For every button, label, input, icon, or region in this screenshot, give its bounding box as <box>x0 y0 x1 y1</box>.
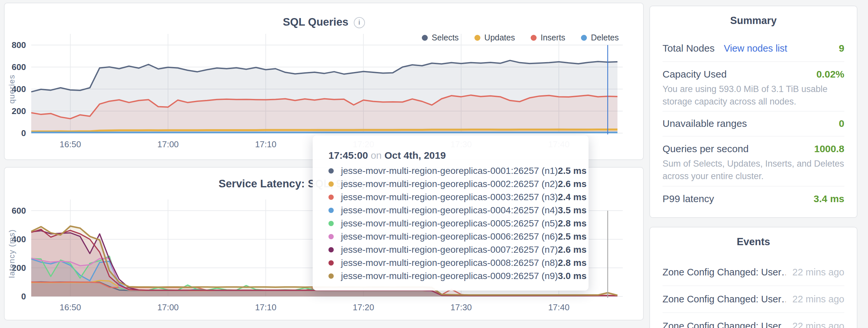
queries-per-second-note: Sum of Selects, Updates, Inserts, and De… <box>662 157 844 183</box>
tooltip-timestamp: 17:45:00 on Oct 4th, 2019 <box>329 150 574 161</box>
p99-latency-label: P99 latency <box>662 193 714 204</box>
tooltip-node-value: 3.0 ms <box>558 271 587 281</box>
capacity-used-row: Capacity Used 0.02% <box>662 68 844 81</box>
queries-per-second-value: 1000.8 <box>814 143 844 155</box>
total-nodes-row: Total Nodes View nodes list 9 <box>662 42 844 55</box>
events-heading: Events <box>662 236 844 248</box>
queries-per-second-row: Queries per second 1000.8 <box>662 142 844 156</box>
tooltip-node-name: jesse-movr-multi-region-georeplicas-0001… <box>341 166 558 176</box>
events-list: Zone Config Changed: User…22 mins agoZon… <box>662 259 844 328</box>
svg-text:17:10: 17:10 <box>255 302 277 312</box>
unavailable-ranges-value: 0 <box>839 118 844 129</box>
unavailable-ranges-row: Unavailable ranges 0 <box>662 117 844 130</box>
tooltip-node-value: 3.5 ms <box>558 205 587 216</box>
chart-hover-tooltip: 17:45:00 on Oct 4th, 2019 jesse-movr-mul… <box>313 135 589 291</box>
tooltip-node-value: 2.6 ms <box>558 179 587 189</box>
cluster-overview-page: { "colors": { "accent_green": "#5c9c32",… <box>0 0 868 328</box>
event-timestamp: 22 mins ago <box>793 321 844 328</box>
tooltip-node-value: 2.4 ms <box>558 192 587 202</box>
svg-text:0: 0 <box>21 292 26 301</box>
tooltip-node-row: jesse-movr-multi-region-georeplicas-0003… <box>329 191 574 204</box>
divider <box>662 111 844 111</box>
event-row[interactable]: Zone Config Changed: User…22 mins ago <box>662 286 844 313</box>
svg-text:16:50: 16:50 <box>60 302 81 312</box>
tooltip-node-row: jesse-movr-multi-region-georeplicas-0009… <box>329 269 574 283</box>
svg-text:17:10: 17:10 <box>255 139 277 149</box>
series-color-dot <box>329 234 334 239</box>
tooltip-node-row: jesse-movr-multi-region-georeplicas-0006… <box>329 230 574 243</box>
svg-text:17:00: 17:00 <box>157 139 179 149</box>
svg-text:17:40: 17:40 <box>548 302 569 312</box>
capacity-used-note: You are using 593.0 MiB of 3.1 TiB usabl… <box>662 83 844 108</box>
svg-text:queries: queries <box>7 74 16 103</box>
event-timestamp: 22 mins ago <box>793 294 844 305</box>
view-nodes-list-link[interactable]: View nodes list <box>724 43 787 54</box>
tooltip-node-rows: jesse-movr-multi-region-georeplicas-0001… <box>329 164 574 283</box>
tooltip-node-name: jesse-movr-multi-region-georeplicas-0007… <box>341 244 558 255</box>
summary-panel: Summary Total Nodes View nodes list 9 Ca… <box>649 6 858 218</box>
p99-latency-value: 3.4 ms <box>814 193 844 204</box>
series-color-dot <box>329 195 334 200</box>
tooltip-node-name: jesse-movr-multi-region-georeplicas-0003… <box>341 192 558 202</box>
tooltip-node-row: jesse-movr-multi-region-georeplicas-0005… <box>329 217 574 230</box>
series-color-dot <box>329 208 334 213</box>
series-color-dot <box>329 182 334 187</box>
series-color-dot <box>329 247 334 253</box>
capacity-used-label: Capacity Used <box>662 69 726 80</box>
tooltip-node-name: jesse-movr-multi-region-georeplicas-0008… <box>341 258 558 268</box>
tooltip-node-row: jesse-movr-multi-region-georeplicas-0008… <box>329 256 574 269</box>
queries-per-second-label: Queries per second <box>662 143 749 155</box>
series-color-dot <box>329 260 334 266</box>
svg-text:600: 600 <box>12 206 26 216</box>
tooltip-node-value: 2.5 ms <box>558 166 587 176</box>
tooltip-node-name: jesse-movr-multi-region-georeplicas-0005… <box>341 218 558 229</box>
tooltip-node-row: jesse-movr-multi-region-georeplicas-0001… <box>329 164 574 177</box>
tooltip-on-word: on <box>371 150 381 161</box>
tooltip-node-value: 2.5 ms <box>558 231 587 242</box>
tooltip-node-value: 2.8 ms <box>558 258 587 268</box>
svg-text:17:30: 17:30 <box>451 302 472 312</box>
svg-text:latency (ms): latency (ms) <box>7 229 16 278</box>
tooltip-node-name: jesse-movr-multi-region-georeplicas-0009… <box>341 271 558 281</box>
p99-latency-row: P99 latency 3.4 ms <box>662 192 844 205</box>
tooltip-node-row: jesse-movr-multi-region-georeplicas-0007… <box>329 243 574 256</box>
event-label: Zone Config Changed: User… <box>662 321 786 328</box>
divider <box>662 186 844 186</box>
tooltip-node-name: jesse-movr-multi-region-georeplicas-0002… <box>341 179 558 189</box>
tooltip-date: Oct 4th, 2019 <box>384 150 446 161</box>
svg-text:600: 600 <box>12 62 26 72</box>
tooltip-node-name: jesse-movr-multi-region-georeplicas-0004… <box>341 205 558 216</box>
events-panel: Events Zone Config Changed: User…22 mins… <box>649 227 858 328</box>
divider <box>662 136 844 136</box>
event-timestamp: 22 mins ago <box>793 267 844 278</box>
tooltip-node-row: jesse-movr-multi-region-georeplicas-0002… <box>329 177 574 191</box>
tooltip-node-row: jesse-movr-multi-region-georeplicas-0004… <box>329 204 574 217</box>
svg-text:17:20: 17:20 <box>353 302 374 312</box>
svg-text:800: 800 <box>12 40 26 50</box>
total-nodes-label: Total Nodes <box>662 43 714 54</box>
series-color-dot <box>329 221 334 226</box>
series-color-dot <box>329 168 334 173</box>
event-label: Zone Config Changed: User… <box>662 294 786 305</box>
capacity-used-value: 0.02% <box>816 69 844 80</box>
series-color-dot <box>329 273 334 279</box>
unavailable-ranges-label: Unavailable ranges <box>662 118 747 129</box>
tooltip-node-value: 2.6 ms <box>558 244 587 255</box>
summary-heading: Summary <box>662 15 844 27</box>
event-row[interactable]: Zone Config Changed: User…22 mins ago <box>662 313 844 328</box>
tooltip-node-value: 2.8 ms <box>558 218 587 229</box>
event-row[interactable]: Zone Config Changed: User…22 mins ago <box>662 259 844 286</box>
tooltip-node-name: jesse-movr-multi-region-georeplicas-0006… <box>341 231 558 242</box>
total-nodes-value: 9 <box>839 43 844 54</box>
svg-text:200: 200 <box>12 106 26 116</box>
tooltip-time: 17:45:00 <box>329 150 368 161</box>
event-label: Zone Config Changed: User… <box>662 267 786 278</box>
svg-text:17:00: 17:00 <box>157 302 179 312</box>
svg-text:16:50: 16:50 <box>60 139 81 149</box>
svg-text:0: 0 <box>21 128 26 138</box>
